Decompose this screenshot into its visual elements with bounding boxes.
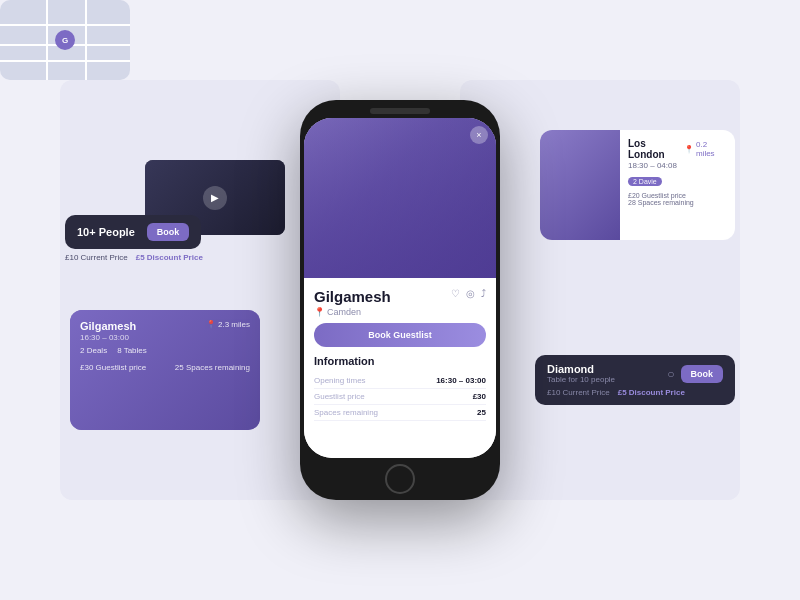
gilgamesh-card[interactable]: Gilgamesh 16:30 – 03:00 📍 2.3 miles 2 De… — [70, 310, 260, 430]
diamond-discount-price: £5 Discount Price — [618, 388, 685, 397]
gilgamesh-tables: 8 Tables — [117, 346, 147, 355]
info-label-price: Guestlist price — [314, 392, 365, 401]
book-group-label: 10+ People — [77, 226, 135, 238]
hero-overlay — [304, 118, 496, 278]
gilgamesh-price: £30 Guestlist price — [80, 363, 146, 372]
loslondon-footer: £20 Guestlist price 28 Spaces remaining — [628, 192, 727, 206]
info-value-times: 16:30 – 03:00 — [436, 376, 486, 385]
diamond-radio-icon: ○ — [667, 367, 674, 381]
action-icons: ♡ ◎ ⤴ — [451, 288, 486, 299]
diamond-prices: £10 Current Price £5 Discount Price — [547, 388, 723, 397]
info-section: Information Opening times 16:30 – 03:00 … — [314, 355, 486, 421]
screen-hero: × — [304, 118, 496, 278]
gilgamesh-distance: 📍 2.3 miles — [206, 320, 250, 329]
info-value-spaces: 25 — [477, 408, 486, 417]
gilgamesh-meta: 2 Deals 8 Tables — [80, 346, 250, 355]
book-guestlist-button[interactable]: Book Guestlist — [314, 323, 486, 347]
loslondon-title: Los London — [628, 138, 684, 160]
phone-notch — [370, 108, 430, 114]
loslondon-spaces: 28 Spaces remaining — [628, 199, 727, 206]
diamond-book-area: ○ Book — [667, 365, 723, 383]
map-road-v2 — [85, 0, 87, 80]
map-pin: G — [55, 30, 75, 50]
info-label-spaces: Spaces remaining — [314, 408, 378, 417]
share-icon[interactable]: ⤴ — [481, 288, 486, 299]
pin-icon: 📍 — [206, 320, 216, 329]
gilgamesh-card-time: 16:30 – 03:00 — [80, 333, 136, 342]
info-title: Information — [314, 355, 486, 367]
gilgamesh-footer: £30 Guestlist price 25 Spaces remaining — [80, 363, 250, 372]
loslondon-inner: Los London 📍 0.2 miles 18:30 – 04:08 2 D… — [540, 130, 735, 240]
loslondon-time: 18:30 – 04:08 — [628, 161, 727, 170]
book-group-card: 10+ People Book — [65, 215, 201, 249]
book-group-prices: £10 Current Price £5 Discount Price — [65, 253, 203, 262]
info-row-price: Guestlist price £30 — [314, 389, 486, 405]
close-button[interactable]: × — [470, 126, 488, 144]
bg-left-panel — [60, 80, 340, 500]
map-road-h1 — [0, 24, 130, 26]
loslondon-card[interactable]: Los London 📍 0.2 miles 18:30 – 04:08 2 D… — [540, 130, 735, 240]
info-value-price: £30 — [473, 392, 486, 401]
book-group-button[interactable]: Book — [147, 223, 190, 241]
map-grid: G — [0, 0, 130, 80]
play-icon[interactable]: ▶ — [203, 186, 227, 210]
diamond-info: Diamond Table for 10 people — [547, 363, 615, 384]
phone-device: × Gilgamesh 📍 Camden ♡ ◎ ⤴ Book Guestlis — [300, 100, 500, 500]
map-card: G — [0, 0, 130, 80]
loslondon-info: Los London 📍 0.2 miles 18:30 – 04:08 2 D… — [620, 130, 735, 240]
loslondon-image — [540, 130, 620, 240]
venue-name: Gilgamesh — [314, 288, 391, 305]
venue-location: 📍 Camden — [314, 307, 391, 317]
discount-price: £5 Discount Price — [136, 253, 203, 262]
info-row-spaces: Spaces remaining 25 — [314, 405, 486, 421]
diamond-current-price: £10 Current Price — [547, 388, 610, 397]
info-label-times: Opening times — [314, 376, 366, 385]
screen-content: Gilgamesh 📍 Camden ♡ ◎ ⤴ Book Guestlist … — [304, 278, 496, 458]
gilgamesh-card-content: Gilgamesh 16:30 – 03:00 📍 2.3 miles 2 De… — [70, 310, 260, 382]
diamond-subtitle: Table for 10 people — [547, 375, 615, 384]
loslondon-tables: 2 Davie — [628, 177, 662, 186]
gilgamesh-spaces: 25 Spaces remaining — [175, 363, 250, 372]
pin-icon-ll: 📍 — [684, 145, 694, 154]
diamond-book-button[interactable]: Book — [681, 365, 724, 383]
info-row-times: Opening times 16:30 – 03:00 — [314, 373, 486, 389]
loslondon-price: £20 Guestlist price — [628, 192, 727, 199]
gilgamesh-card-title: Gilgamesh — [80, 320, 136, 332]
location-pin-icon: 📍 — [314, 307, 325, 317]
map-road-h3 — [0, 60, 130, 62]
gilgamesh-deals: 2 Deals — [80, 346, 107, 355]
diamond-header: Diamond Table for 10 people ○ Book — [547, 363, 723, 384]
phone-home-button[interactable] — [385, 464, 415, 494]
circle-dot-icon[interactable]: ◎ — [466, 288, 475, 299]
diamond-title: Diamond — [547, 363, 615, 375]
current-price: £10 Current Price — [65, 253, 128, 262]
phone-screen: × Gilgamesh 📍 Camden ♡ ◎ ⤴ Book Guestlis — [304, 118, 496, 458]
heart-icon[interactable]: ♡ — [451, 288, 460, 299]
map-road-v1 — [46, 0, 48, 80]
diamond-card: Diamond Table for 10 people ○ Book £10 C… — [535, 355, 735, 405]
loslondon-dist: 📍 0.2 miles — [684, 140, 727, 158]
